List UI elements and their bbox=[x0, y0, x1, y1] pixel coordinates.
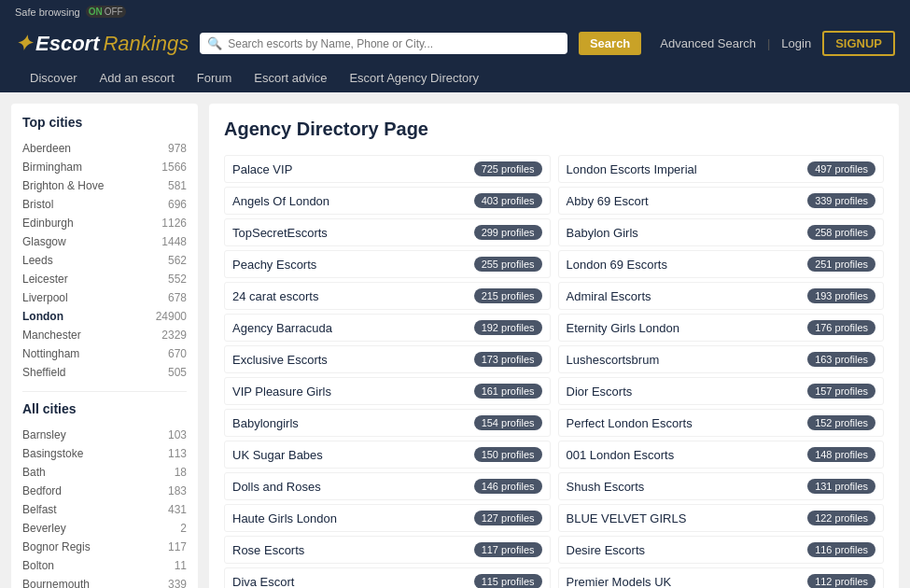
agency-row[interactable]: Lushescortsbrum163 profiles bbox=[558, 345, 885, 373]
agency-row[interactable]: 001 London Escorts148 profiles bbox=[558, 441, 885, 469]
city-name: Bristol bbox=[22, 198, 53, 211]
city-name: Leeds bbox=[22, 254, 53, 267]
agency-row[interactable]: London 69 Escorts251 profiles bbox=[558, 250, 885, 278]
sidebar-item-edinburgh[interactable]: Edinburgh1126 bbox=[22, 214, 187, 232]
separator: | bbox=[767, 36, 770, 50]
agency-row[interactable]: BLUE VELVET GIRLS122 profiles bbox=[558, 504, 885, 532]
agency-row[interactable]: Babylon Girls258 profiles bbox=[558, 218, 885, 246]
agency-row[interactable]: Diva Escort115 profiles bbox=[224, 567, 551, 588]
sidebar-item-leeds[interactable]: Leeds562 bbox=[22, 251, 187, 270]
sidebar-item-bournemouth[interactable]: Bournemouth339 bbox=[22, 575, 187, 588]
agency-row[interactable]: UK Sugar Babes150 profiles bbox=[224, 441, 551, 469]
login-button[interactable]: Login bbox=[781, 36, 811, 50]
agency-name: Premier Models UK bbox=[567, 575, 672, 589]
agency-row[interactable]: TopSecretEscorts299 profiles bbox=[224, 218, 551, 246]
city-name: Nottingham bbox=[22, 347, 79, 360]
agency-row[interactable]: VIP Pleasure Girls161 profiles bbox=[224, 377, 551, 405]
sidebar-item-london[interactable]: London24900 bbox=[22, 307, 187, 326]
agency-name: TopSecretEscorts bbox=[232, 226, 328, 240]
sidebar-item-basingstoke[interactable]: Basingstoke113 bbox=[22, 444, 187, 463]
sidebar-item-bristol[interactable]: Bristol696 bbox=[22, 195, 187, 214]
agency-row[interactable]: Dolls and Roses146 profiles bbox=[224, 472, 551, 500]
sidebar-item-bedford[interactable]: Bedford183 bbox=[22, 482, 187, 500]
sidebar-item-nottingham[interactable]: Nottingham670 bbox=[22, 344, 187, 363]
agency-row[interactable]: Perfect London Escorts152 profiles bbox=[558, 409, 885, 437]
safe-browsing: Safe browsing ON OFF bbox=[15, 6, 126, 18]
city-count: 678 bbox=[168, 291, 187, 304]
toggle-switch[interactable]: ON OFF bbox=[86, 6, 126, 18]
agency-row[interactable]: Palace VIP725 profiles bbox=[224, 155, 551, 183]
agency-badge: 116 profiles bbox=[807, 542, 875, 557]
sidebar-item-brighton-&-hove[interactable]: Brighton & Hove581 bbox=[22, 176, 187, 195]
agency-name: Angels Of London bbox=[232, 194, 329, 208]
sidebar-item-beverley[interactable]: Beverley2 bbox=[22, 519, 187, 538]
agency-row[interactable]: Exclusive Escorts173 profiles bbox=[224, 345, 551, 373]
nav-item-discover[interactable]: Discover bbox=[30, 71, 77, 85]
agency-row[interactable]: Agency Barracuda192 profiles bbox=[224, 314, 551, 342]
sidebar-item-aberdeen[interactable]: Aberdeen978 bbox=[22, 139, 187, 158]
logo[interactable]: ✦ Escort Rankings bbox=[15, 32, 189, 56]
sidebar-item-liverpool[interactable]: Liverpool678 bbox=[22, 288, 187, 307]
sidebar-item-birmingham[interactable]: Birmingham1566 bbox=[22, 158, 187, 176]
agency-name: Haute Girls London bbox=[232, 511, 337, 525]
city-count: 11 bbox=[175, 559, 187, 572]
search-bar: 🔍 bbox=[200, 33, 567, 54]
agency-row[interactable]: Angels Of London403 profiles bbox=[224, 187, 551, 215]
sidebar-item-bath[interactable]: Bath18 bbox=[22, 463, 187, 482]
sidebar-item-manchester[interactable]: Manchester2329 bbox=[22, 326, 187, 344]
agency-row[interactable]: Abby 69 Escort339 profiles bbox=[558, 187, 885, 215]
agency-badge: 122 profiles bbox=[807, 511, 875, 525]
city-count: 117 bbox=[168, 540, 187, 553]
sidebar-item-leicester[interactable]: Leicester552 bbox=[22, 270, 187, 288]
agencies-grid: Palace VIP725 profilesAngels Of London40… bbox=[224, 155, 884, 588]
agency-badge: 193 profiles bbox=[807, 288, 875, 303]
city-name: Manchester bbox=[22, 329, 81, 342]
sidebar-item-barnsley[interactable]: Barnsley103 bbox=[22, 426, 187, 444]
toggle-off: OFF bbox=[105, 7, 123, 17]
agency-name: Rose Escorts bbox=[232, 543, 304, 557]
agency-row[interactable]: Shush Escorts131 profiles bbox=[558, 472, 885, 500]
sidebar-item-bognor-regis[interactable]: Bognor Regis117 bbox=[22, 538, 187, 556]
search-input[interactable] bbox=[228, 37, 560, 50]
agency-badge: 146 profiles bbox=[474, 479, 542, 494]
agency-row[interactable]: Desire Escorts116 profiles bbox=[558, 536, 885, 564]
city-count: 1566 bbox=[161, 161, 187, 174]
nav-item-escort-agency-directory[interactable]: Escort Agency Directory bbox=[349, 71, 479, 85]
city-count: 431 bbox=[168, 503, 187, 516]
agency-name: Lushescortsbrum bbox=[567, 353, 660, 367]
sidebar-item-belfast[interactable]: Belfast431 bbox=[22, 500, 187, 519]
nav-item-forum[interactable]: Forum bbox=[197, 71, 232, 85]
sidebar-item-glasgow[interactable]: Glasgow1448 bbox=[22, 232, 187, 251]
search-button[interactable]: Search bbox=[579, 32, 641, 55]
city-name: Birmingham bbox=[22, 161, 82, 174]
right-agency-col: London Escorts Imperial497 profilesAbby … bbox=[558, 155, 885, 588]
agency-name: London 69 Escorts bbox=[567, 258, 667, 272]
signup-button[interactable]: SIGNUP bbox=[822, 31, 895, 56]
advanced-search-link[interactable]: Advanced Search bbox=[660, 36, 756, 50]
header-top-row: ✦ Escort Rankings 🔍 Search Advanced Sear… bbox=[15, 31, 895, 56]
agency-row[interactable]: Rose Escorts117 profiles bbox=[224, 536, 551, 564]
sidebar-item-sheffield[interactable]: Sheffield505 bbox=[22, 363, 187, 382]
agency-name: Palace VIP bbox=[232, 162, 292, 176]
agency-name: Abby 69 Escort bbox=[567, 194, 649, 208]
nav-item-add-an-escort[interactable]: Add an escort bbox=[100, 71, 175, 85]
city-count: 670 bbox=[168, 347, 187, 360]
agency-row[interactable]: Haute Girls London127 profiles bbox=[224, 504, 551, 532]
city-count: 1126 bbox=[161, 217, 187, 230]
agency-badge: 131 profiles bbox=[807, 479, 875, 494]
agency-row[interactable]: Premier Models UK112 profiles bbox=[558, 567, 885, 588]
agency-name: Dolls and Roses bbox=[232, 480, 321, 494]
agency-row[interactable]: Babylongirls154 profiles bbox=[224, 409, 551, 437]
sidebar-item-bolton[interactable]: Bolton11 bbox=[22, 556, 187, 575]
nav-item-escort-advice[interactable]: Escort advice bbox=[254, 71, 327, 85]
agency-badge: 117 profiles bbox=[474, 542, 542, 557]
agency-badge: 192 profiles bbox=[474, 320, 542, 335]
city-count: 1448 bbox=[161, 235, 187, 248]
agency-row[interactable]: Peachy Escorts255 profiles bbox=[224, 250, 551, 278]
agency-row[interactable]: London Escorts Imperial497 profiles bbox=[558, 155, 885, 183]
agency-row[interactable]: 24 carat escorts215 profiles bbox=[224, 282, 551, 310]
agency-row[interactable]: Dior Escorts157 profiles bbox=[558, 377, 885, 405]
agency-name: Diva Escort bbox=[232, 575, 294, 589]
agency-row[interactable]: Admiral Escorts193 profiles bbox=[558, 282, 885, 310]
agency-row[interactable]: Eternity Girls London176 profiles bbox=[558, 314, 885, 342]
